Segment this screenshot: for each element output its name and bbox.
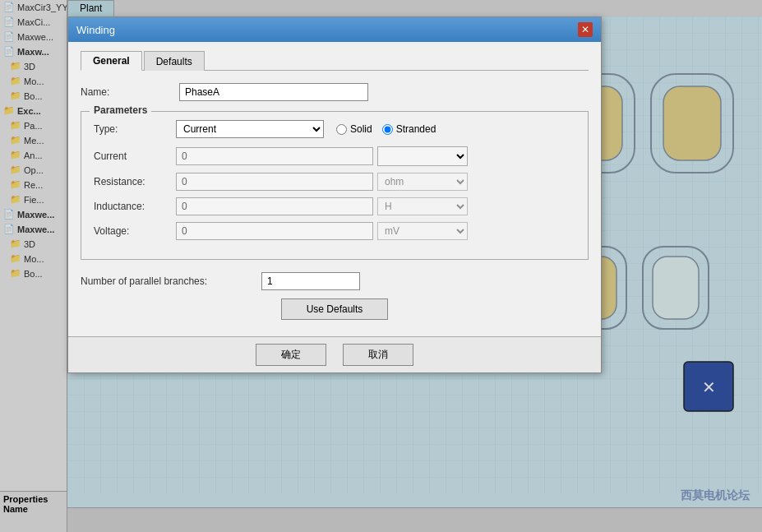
solid-label: Solid bbox=[350, 123, 372, 135]
parallel-branches-label: Number of parallel branches: bbox=[81, 275, 261, 287]
tab-defaults[interactable]: Defaults bbox=[144, 51, 205, 71]
stranded-radio-item: Stranded bbox=[382, 123, 436, 135]
solid-radio-item: Solid bbox=[336, 123, 372, 135]
voltage-label: Voltage: bbox=[94, 225, 176, 237]
resistance-row: Resistance: ohm bbox=[94, 173, 575, 191]
dialog-titlebar: Winding ✕ bbox=[68, 17, 601, 42]
inductance-unit-select[interactable]: H bbox=[377, 197, 468, 215]
dialog-title: Winding bbox=[76, 24, 115, 36]
name-row: Name: bbox=[81, 83, 589, 101]
current-row: Current bbox=[94, 146, 575, 166]
voltage-row: Voltage: mV bbox=[94, 222, 575, 240]
use-defaults-row: Use Defaults bbox=[81, 298, 589, 320]
cancel-button[interactable]: 取消 bbox=[343, 344, 413, 366]
dialog-close-button[interactable]: ✕ bbox=[578, 22, 593, 37]
inductance-input[interactable] bbox=[176, 197, 373, 215]
dialog-overlay: Winding ✕ General Defaults Name: Paramet… bbox=[0, 0, 762, 532]
voltage-unit-select[interactable]: mV bbox=[377, 222, 468, 240]
current-unit-select[interactable] bbox=[378, 147, 467, 165]
parallel-branches-row: Number of parallel branches: bbox=[81, 272, 589, 290]
radio-group: Solid Stranded bbox=[336, 123, 436, 135]
resistance-input[interactable] bbox=[176, 173, 373, 191]
solid-radio[interactable] bbox=[336, 124, 347, 135]
dialog-body: General Defaults Name: Parameters Type: … bbox=[68, 42, 601, 336]
ok-button[interactable]: 确定 bbox=[256, 344, 326, 366]
type-select[interactable]: Current Voltage None bbox=[176, 120, 324, 138]
inductance-label: Inductance: bbox=[94, 201, 176, 212]
current-unit-blank bbox=[377, 146, 468, 166]
stranded-radio[interactable] bbox=[382, 124, 393, 135]
parameters-legend: Parameters bbox=[90, 104, 151, 116]
name-input[interactable] bbox=[179, 83, 368, 101]
inductance-row: Inductance: H bbox=[94, 197, 575, 215]
winding-dialog: Winding ✕ General Defaults Name: Paramet… bbox=[67, 16, 602, 373]
stranded-label: Stranded bbox=[396, 123, 436, 135]
ok-cancel-bar: 确定 取消 bbox=[68, 336, 601, 372]
name-field-label: Name: bbox=[81, 86, 179, 98]
resistance-label: Resistance: bbox=[94, 176, 176, 187]
parameters-group: Parameters Type: Current Voltage None So… bbox=[81, 111, 589, 260]
type-label: Type: bbox=[94, 123, 176, 135]
parallel-branches-input[interactable] bbox=[261, 272, 360, 290]
resistance-unit-select[interactable]: ohm bbox=[377, 173, 468, 191]
dialog-tab-row: General Defaults bbox=[81, 50, 589, 71]
current-label: Current bbox=[94, 150, 176, 162]
voltage-input[interactable] bbox=[176, 222, 373, 240]
tab-general[interactable]: General bbox=[81, 51, 142, 71]
use-defaults-button[interactable]: Use Defaults bbox=[281, 298, 389, 320]
current-input[interactable] bbox=[176, 147, 373, 165]
type-row: Type: Current Voltage None Solid S bbox=[94, 120, 575, 138]
